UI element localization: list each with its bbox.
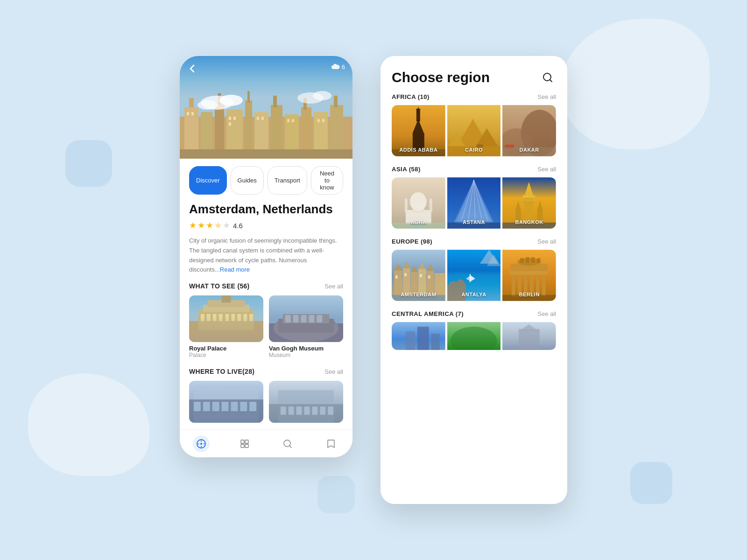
weather-display: 6: [331, 63, 345, 70]
svg-rect-26: [287, 119, 289, 122]
europe-berlin[interactable]: BERLIN: [502, 250, 556, 301]
central-america-images: [392, 322, 556, 350]
africa-see-all[interactable]: See all: [537, 93, 556, 100]
star-rating: ★ ★ ★ ★ ★: [189, 220, 230, 231]
nav-bookmark[interactable]: [323, 435, 339, 452]
asia-astana[interactable]: ASTANA: [447, 177, 501, 229]
places-grid: Royal Palace Palace: [189, 295, 343, 358]
antalya-label: ANTALYA: [447, 292, 501, 297]
museum-svg: [269, 295, 343, 342]
grid-icon: [240, 439, 250, 449]
svg-rect-49: [249, 314, 253, 321]
africa-title: AFRICA (10): [392, 93, 430, 100]
africa-dakar[interactable]: DAKAR: [502, 105, 556, 156]
royal-palace-image: [189, 295, 263, 342]
asia-bangkok[interactable]: BANGKOK: [502, 177, 556, 229]
palace-photo: [189, 295, 263, 342]
search-icon: [282, 439, 293, 449]
svg-rect-57: [301, 315, 307, 322]
cairo-label: CAIRO: [447, 147, 501, 153]
svg-rect-6: [226, 110, 243, 149]
asia-see-all[interactable]: See all: [537, 166, 556, 173]
africa-cairo[interactable]: CAIRO: [447, 105, 501, 156]
nav-search[interactable]: [279, 435, 296, 452]
svg-rect-134: [523, 195, 535, 198]
central-city-2[interactable]: [447, 322, 501, 350]
svg-rect-65: [212, 402, 219, 411]
central-america-see-all[interactable]: See all: [537, 310, 556, 317]
weather-cloud-icon: [331, 64, 340, 70]
star-2: ★: [197, 220, 205, 231]
svg-rect-17: [334, 96, 338, 107]
svg-point-111: [405, 198, 408, 203]
svg-rect-74: [289, 406, 294, 415]
svg-rect-176: [406, 331, 415, 350]
svg-rect-29: [322, 119, 324, 122]
back-button[interactable]: [187, 63, 197, 74]
svg-rect-173: [537, 258, 541, 263]
africa-images: ADDIS ABABA: [392, 105, 556, 156]
svg-rect-58: [309, 315, 314, 322]
svg-rect-56: [293, 315, 299, 322]
asia-agra[interactable]: AGRA: [392, 177, 445, 229]
read-more-link[interactable]: Read more: [220, 266, 250, 273]
svg-rect-4: [215, 103, 224, 149]
svg-rect-36: [189, 321, 263, 342]
building-svg-2: [269, 381, 343, 423]
phone-amsterdam-detail: 6 Discover Guides Transport Need to know…: [180, 56, 352, 457]
svg-rect-11: [273, 96, 277, 107]
city-title: Amsterdam, Netherlands: [189, 202, 343, 217]
central-city-3[interactable]: [502, 322, 556, 350]
place-royal-palace[interactable]: Royal Palace Palace: [189, 295, 263, 358]
what-to-see-title: WHAT TO SEE (56): [189, 282, 250, 290]
addis-ababa-label: ADDIS ABABA: [392, 147, 445, 153]
svg-rect-7: [245, 100, 252, 149]
amsterdam-eu-label: AMSTERDAM: [392, 292, 445, 297]
where-to-live-see-all[interactable]: See all: [324, 368, 343, 375]
what-to-see-see-all[interactable]: See all: [324, 283, 343, 290]
asia-images: AGRA: [392, 177, 556, 229]
asia-title: ASIA (58): [392, 166, 421, 173]
temperature-text: 6: [342, 63, 345, 70]
dakar-label: DAKAR: [502, 147, 556, 153]
europe-amsterdam[interactable]: AMSTERDAM: [392, 250, 445, 301]
svg-rect-79: [328, 406, 333, 415]
svg-rect-37: [198, 309, 254, 330]
central1-svg: [392, 322, 445, 350]
region-search-icon: [542, 72, 553, 83]
svg-rect-41: [201, 314, 204, 321]
svg-rect-170: [520, 258, 524, 263]
region-africa: AFRICA (10) See all: [392, 93, 556, 156]
central3-svg: [502, 322, 556, 350]
tab-discover[interactable]: Discover: [189, 166, 227, 195]
background-blob-4: [630, 462, 672, 504]
van-gogh-name: Van Gogh Museum: [269, 345, 343, 352]
europe-antalya[interactable]: ANTALYA: [447, 250, 501, 301]
central-city-1[interactable]: [392, 322, 445, 350]
svg-rect-67: [231, 402, 238, 411]
palace-svg: [189, 295, 263, 342]
svg-rect-3: [201, 112, 212, 149]
svg-rect-66: [222, 402, 229, 411]
svg-rect-69: [249, 402, 256, 411]
where-to-live-title: WHERE TO LIVE(28): [189, 368, 254, 375]
svg-rect-46: [231, 314, 235, 321]
svg-rect-68: [240, 402, 247, 411]
central-america-title: CENTRAL AMERICA (7): [392, 310, 464, 317]
europe-see-all[interactable]: See all: [537, 238, 556, 245]
nav-grid[interactable]: [236, 435, 253, 452]
central2-svg: [447, 322, 501, 350]
africa-addis-ababa[interactable]: ADDIS ABABA: [392, 105, 445, 156]
place-van-gogh[interactable]: Van Gogh Museum Museum: [269, 295, 343, 358]
nav-compass[interactable]: [193, 435, 210, 452]
royal-palace-name: Royal Palace: [189, 345, 263, 352]
svg-rect-25: [261, 117, 264, 120]
bookmark-icon: [326, 439, 336, 449]
tab-transport[interactable]: Transport: [268, 166, 307, 195]
region-search-button[interactable]: [539, 69, 556, 86]
rating-container: ★ ★ ★ ★ ★ 4.6: [189, 220, 343, 231]
tab-guides[interactable]: Guides: [231, 166, 264, 195]
tab-need-to-know[interactable]: Need to know: [311, 166, 343, 195]
rating-number: 4.6: [233, 222, 243, 230]
star-1: ★: [189, 220, 197, 231]
